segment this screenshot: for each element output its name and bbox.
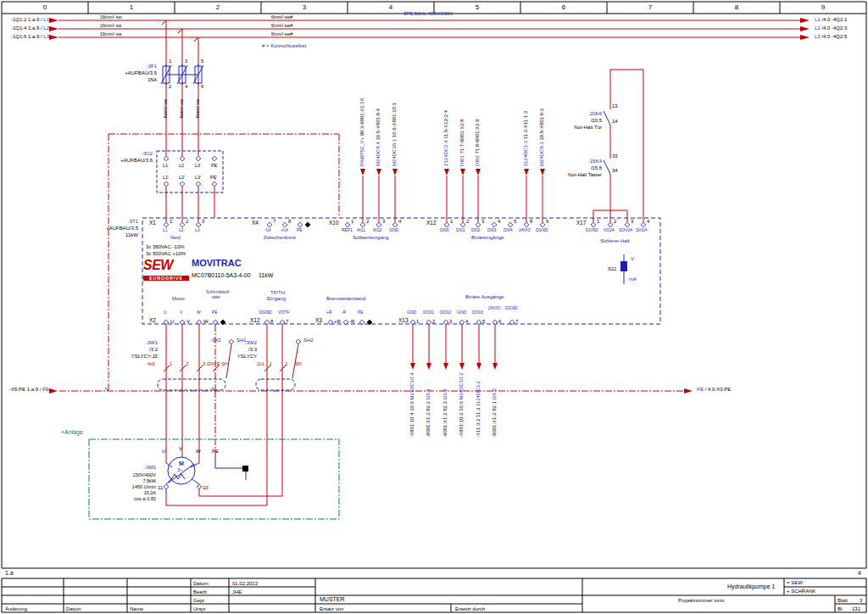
terminal-number: 5 (482, 319, 485, 325)
terminal-letter: W (203, 319, 209, 325)
terminal-signal: DI01 (456, 228, 465, 233)
terminal-signal: +R (326, 310, 332, 315)
terminal-signal: 24VIO (519, 228, 531, 233)
ruler-cell: 2 (175, 3, 261, 11)
motor-terminal: 11 (158, 485, 163, 491)
terminal-number: 2 (614, 219, 616, 225)
terminal-signal: W (197, 310, 201, 315)
terminal-number: 3 (481, 219, 484, 225)
terminal-letter: -R (349, 319, 354, 325)
wire-gauge: 6mm² sw# (271, 23, 292, 28)
shield-strip-name: -3X2 (210, 338, 221, 343)
terminal-number: 3 (449, 319, 452, 325)
cable1-size: 4x6 (147, 361, 155, 366)
signal-ref-in: M24DC8.4 10.5-X801:8:4 (376, 109, 381, 166)
connector-x17: X17 (576, 220, 587, 226)
terminal-signal: SVI24 (636, 228, 648, 233)
ruler-cell: 6 (520, 3, 607, 11)
signal-ref-in: PAW752_V+ 90.3-9001:X1:16 (359, 98, 365, 166)
fuse-terminal: 5 (201, 59, 203, 64)
tb-function-code: = SEW (787, 580, 803, 586)
next-page-ref: 4 (858, 570, 861, 577)
terminal-signal: DO02 (440, 310, 451, 315)
contact-k4-ref: /15.5 (551, 165, 602, 171)
s11-volt-option: V (631, 256, 634, 262)
shield-clamp (242, 466, 248, 472)
voltage-range-2: 3x 500VAC +10% (146, 251, 186, 257)
cable-core: 1 (170, 361, 172, 366)
schematic-page: 0 1 2 3 4 5 6 7 8 9 -1Q1:2 1.a.9 / L1 -1… (0, 0, 868, 614)
fuse-terminal: 2 (169, 84, 171, 90)
ruler-cell: 0 (2, 3, 88, 11)
product-name: MOVITRAC (192, 258, 242, 269)
terminal-number: 1 (450, 219, 453, 225)
drive-box (142, 218, 660, 324)
signal-ref-in: M24DC8.3 10.5-X801:8:3 (539, 109, 545, 166)
terminal-signal: DGND (536, 228, 548, 233)
terminal-signal: PE (297, 228, 303, 233)
motor-spec: cos φ 0,82 (114, 496, 156, 501)
tb-datum-value: 01.02.2013 (232, 581, 258, 587)
terminal-signal: DI00 (440, 228, 449, 233)
contact-symbols (604, 111, 610, 174)
terminal-signal: +Uz (281, 228, 288, 233)
motor-terminal: U (162, 449, 165, 455)
drive-tag-location: +AUFBAU/3.5 (87, 226, 138, 232)
cable-core: 2 (186, 361, 188, 366)
terminal-number: 3 (382, 219, 385, 225)
section-caption-sicherer-halt: Sicherer Halt (600, 238, 630, 244)
tb-blatt-value: 3 (860, 598, 862, 604)
fuse-terminal: 6 (201, 84, 203, 90)
wire-gauge: 16mm² sw (100, 31, 121, 36)
terminal-number: 8 (530, 219, 532, 225)
signal-ref-in: M24DC10.1 10.6-X801:10:1 (392, 103, 398, 166)
voltage-range-1: 3x 380VAC -10% (146, 244, 185, 250)
wire-gauge-vertical: 6mm² sw (195, 99, 200, 118)
cable-core: 3 (203, 361, 205, 366)
section-caption-motor: Motor (172, 296, 185, 302)
motor-name: -3M1 (114, 465, 156, 471)
wire-gauge: 6mm² sw# (271, 14, 292, 20)
motor-terminal: PE (212, 449, 219, 455)
connector-x2: X2 (149, 317, 156, 323)
signal-ref-in: DI01 71.7-9001:X2:8 (459, 119, 465, 165)
terminal-number: 8 (288, 219, 291, 225)
contact-terminal: 33 (612, 154, 618, 159)
cable-core: 2 (285, 361, 287, 366)
terminal-number: 2 (186, 219, 188, 225)
connector-x1: X1 (149, 220, 156, 226)
terminal-number: 1 (351, 219, 353, 225)
tb-datum2-label: Datum (66, 606, 81, 612)
filter-terminal: L2 (179, 163, 184, 168)
terminal-number: 1 (416, 319, 419, 325)
terminal-number: 1 (170, 219, 172, 225)
ruler-cell: 9 (780, 3, 866, 11)
terminal-signal: SOV24 (619, 228, 632, 233)
filter-terminal: L3 (195, 163, 200, 168)
terminal-signal: GND (407, 310, 416, 315)
terminal-number: 4 (498, 219, 500, 225)
signal-ref-out: -9001:X1:2 82.2 I26.1 (426, 388, 431, 438)
section-caption-zwischenkreis: Zwischenkreis (264, 235, 296, 241)
terminal-number: 3 (202, 219, 204, 225)
connector-x12b: X12 (250, 317, 260, 323)
connector-x13: X13 (398, 317, 409, 323)
filter-terminal: L2' (179, 175, 185, 180)
terminal-number: 4 (465, 319, 468, 325)
motor-symbol-3ph: 3~ (177, 467, 183, 473)
cable-core: GNYE (207, 361, 220, 366)
motor-spec: 15,2A (114, 490, 156, 495)
source-ref-l3: -1Q1:6 1.a.9 / L3 (7, 34, 49, 40)
terminal-signal: 24VIO (488, 306, 500, 311)
signal-ref-in: 2124DC2.4 11.5-X12:2:4 (443, 110, 449, 166)
wire-gauge: 16mm² sw (100, 23, 121, 28)
signal-ref-in: DI02 71.8-9001:X2:9 (475, 119, 481, 165)
system-label: 3PE,50Hz,400V/230V (403, 11, 453, 17)
terminal-signal: GND (457, 310, 466, 315)
terminal-number: 3 (631, 219, 633, 225)
fuse-switch-symbols (161, 64, 203, 85)
contact-k6-ref: /20.5 (551, 118, 602, 124)
terminal-number: 4 (647, 219, 649, 225)
terminal-number: 5 (514, 219, 516, 225)
wire-gauge-vertical: 6mm² sw (163, 99, 168, 118)
